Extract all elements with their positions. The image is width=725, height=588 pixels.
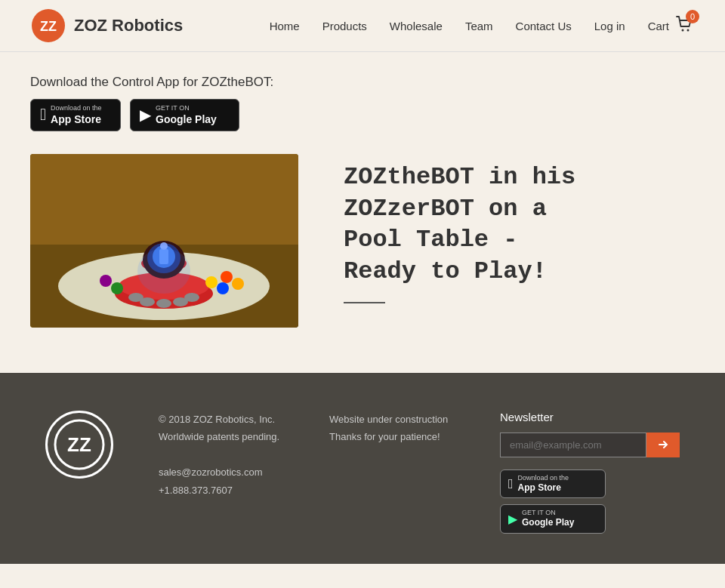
footer-logo-svg: ZZ [53, 418, 106, 471]
footer-email: sales@zozrobotics.com [159, 463, 284, 481]
app-store-text: Download on the App Store [51, 104, 102, 126]
svg-point-20 [205, 276, 218, 288]
footer-app-badges:  Download on the App Store ▶ GET IT ON … [500, 469, 680, 534]
nav-team[interactable]: Team [465, 20, 493, 32]
nav-login[interactable]: Log in [594, 20, 625, 32]
cart-badge: 0 [686, 10, 699, 23]
footer-app-store-main: App Store [518, 482, 569, 494]
nav-home[interactable]: Home [270, 20, 300, 32]
arrow-right-icon [657, 439, 669, 451]
robot-scene-svg [30, 154, 298, 328]
svg-point-25 [111, 282, 123, 294]
robot-section: ZOZtheBOT in his ZOZzerBOT on a Pool Tab… [30, 154, 695, 328]
logo-icon: ZZ [30, 8, 66, 44]
download-section: Download the Control App for ZOZtheBOT: … [30, 75, 695, 131]
newsletter-title: Newsletter [500, 411, 680, 423]
svg-point-3 [687, 29, 690, 32]
google-play-badge[interactable]: ▶ GET IT ON Google Play [130, 99, 239, 131]
app-store-badge[interactable]:  Download on the App Store [30, 99, 121, 131]
google-play-text: GET IT ON Google Play [156, 104, 217, 126]
app-store-main: App Store [51, 112, 102, 126]
newsletter-submit-button[interactable] [646, 433, 680, 457]
footer-status: Website under construction Thanks for yo… [329, 411, 455, 446]
nav-contact-us[interactable]: Contact Us [516, 20, 572, 32]
svg-point-22 [217, 282, 229, 294]
robot-description: ZOZtheBOT in his ZOZzerBOT on a Pool Tab… [344, 154, 600, 303]
footer-newsletter: Newsletter  Download on the App Store ▶ [500, 411, 680, 534]
footer-info: © 2018 ZOZ Robotics, Inc. Worldwide pate… [159, 411, 284, 499]
svg-point-21 [221, 271, 233, 283]
footer-google-play-main: Google Play [522, 517, 574, 529]
apple-icon:  [40, 105, 46, 125]
footer-copyright: © 2018 ZOZ Robotics, Inc. [159, 411, 284, 428]
nav-wholesale[interactable]: Wholesale [390, 20, 443, 32]
google-play-main: Google Play [156, 112, 217, 126]
play-triangle-icon: ▶ [140, 106, 151, 124]
svg-point-19 [156, 299, 171, 308]
footer-app-store-badge[interactable]:  Download on the App Store [500, 469, 606, 498]
nav-cart[interactable]: Cart [648, 20, 669, 32]
footer-play-icon: ▶ [508, 512, 517, 526]
app-badges:  Download on the App Store ▶ GET IT ON … [30, 99, 695, 131]
newsletter-email-input[interactable] [500, 433, 646, 457]
nav-products[interactable]: Products [322, 20, 367, 32]
svg-text:ZZ: ZZ [67, 433, 91, 456]
download-title: Download the Control App for ZOZtheBOT: [30, 75, 695, 90]
footer-apple-icon:  [508, 476, 514, 492]
footer-google-play-badge[interactable]: ▶ GET IT ON Google Play [500, 504, 606, 533]
cart-area[interactable]: Cart 0 [648, 14, 695, 37]
cart-icon-wrap[interactable]: 0 [675, 14, 695, 37]
header: ZZ ZOZ Robotics Home Products Wholesale … [0, 0, 725, 52]
robot-image [30, 154, 298, 328]
newsletter-form [500, 433, 680, 457]
svg-point-2 [682, 29, 684, 32]
robot-title: ZOZtheBOT in his ZOZzerBOT on a Pool Tab… [344, 162, 600, 287]
footer-phone: +1.888.373.7607 [159, 482, 284, 499]
footer-logo-circle: ZZ [45, 411, 113, 479]
svg-text:ZZ: ZZ [40, 19, 57, 34]
svg-point-24 [100, 275, 112, 287]
logo-area[interactable]: ZZ ZOZ Robotics [30, 8, 183, 44]
svg-point-26 [137, 248, 190, 294]
footer-google-play-sub: GET IT ON [522, 509, 574, 517]
footer-app-store-text: Download on the App Store [518, 474, 569, 494]
footer-logo: ZZ [45, 411, 113, 479]
robot-divider [344, 302, 385, 303]
footer: ZZ © 2018 ZOZ Robotics, Inc. Worldwide p… [0, 373, 725, 564]
svg-rect-5 [30, 154, 298, 245]
logo-text: ZOZ Robotics [74, 16, 183, 35]
footer-patents: Worldwide patents pending. [159, 428, 284, 445]
main-content: Download the Control App for ZOZtheBOT: … [0, 52, 725, 373]
google-play-sub: GET IT ON [156, 104, 217, 112]
footer-app-store-sub: Download on the [518, 474, 569, 482]
footer-google-play-text: GET IT ON Google Play [522, 509, 574, 528]
app-store-sub: Download on the [51, 104, 102, 112]
main-nav: Home Products Wholesale Team Contact Us … [270, 14, 695, 37]
svg-point-17 [140, 297, 155, 306]
footer-status-line1: Website under construction [329, 411, 455, 428]
footer-status-line2: Thanks for your patience! [329, 428, 455, 445]
svg-point-23 [232, 278, 244, 290]
svg-point-18 [173, 297, 188, 306]
